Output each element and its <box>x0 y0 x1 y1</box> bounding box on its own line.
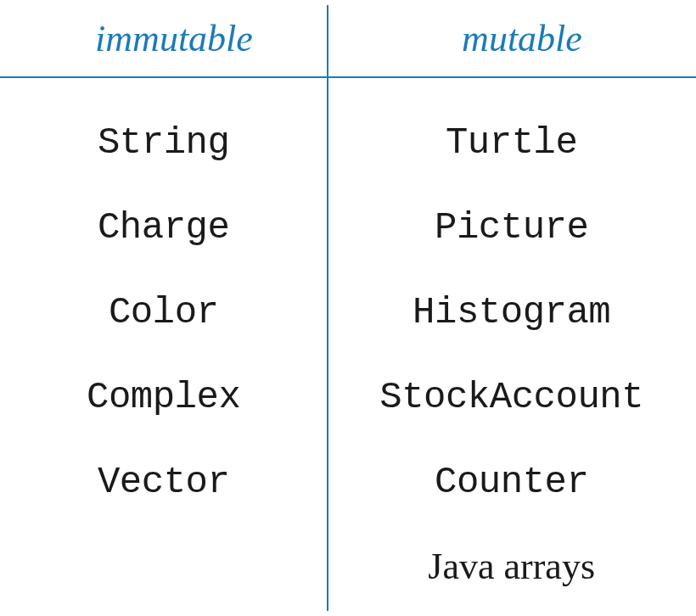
comparison-table: immutable mutable String Charge Color Co… <box>0 0 696 616</box>
header-immutable: immutable <box>0 17 348 60</box>
table-cell: Counter <box>435 440 588 524</box>
table-cell: StockAccount <box>379 355 643 440</box>
table-cell: String <box>98 100 229 185</box>
table-body: String Charge Color Complex Vector Turtl… <box>0 76 696 616</box>
table-cell: Java arrays <box>428 524 595 609</box>
mutable-column: Turtle Picture Histogram StockAccount Co… <box>327 76 696 616</box>
table-cell: Picture <box>435 185 588 270</box>
table-cell: Complex <box>87 355 240 440</box>
table-cell: Turtle <box>446 100 577 185</box>
table-header-row: immutable mutable <box>0 0 696 76</box>
immutable-column: String Charge Color Complex Vector <box>0 76 327 616</box>
header-mutable: mutable <box>348 17 696 60</box>
table-cell: Color <box>109 270 219 355</box>
table-cell: Vector <box>98 440 229 524</box>
table-cell: Charge <box>98 185 229 270</box>
table-cell: Histogram <box>413 270 610 355</box>
